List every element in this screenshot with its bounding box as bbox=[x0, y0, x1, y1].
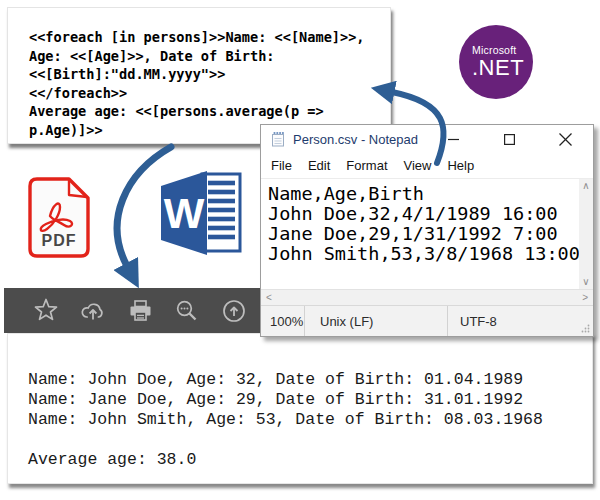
minimize-icon bbox=[448, 134, 459, 145]
template-code-line: <<foreach [in persons]>>Name: <<[Name]>>… bbox=[29, 28, 390, 47]
notepad-menubar: File Edit Format View Help bbox=[261, 153, 593, 178]
window-title: Person.csv - Notepad bbox=[293, 132, 425, 147]
zoom-icon[interactable] bbox=[174, 298, 200, 324]
output-line: Name: John Smith, Age: 53, Date of Birth… bbox=[28, 410, 592, 430]
status-encoding: UTF-8 bbox=[447, 306, 593, 336]
pdf-file-icon: PDF bbox=[26, 176, 92, 264]
maximize-icon bbox=[504, 134, 515, 145]
notepad-app-icon bbox=[270, 130, 286, 148]
notepad-window: Person.csv - Notepad File Edit F bbox=[260, 124, 594, 337]
page: <<foreach [in persons]>>Name: <<[Name]>>… bbox=[0, 0, 600, 500]
template-code-line: Age: <<[Age]>>, Date of Birth: bbox=[29, 47, 390, 66]
upload-circle-icon[interactable] bbox=[221, 298, 247, 324]
resize-grip[interactable] bbox=[581, 324, 590, 333]
menu-file[interactable]: File bbox=[263, 158, 300, 173]
scroll-left-icon[interactable]: < bbox=[266, 293, 272, 303]
notepad-content: Name,Age,Birth John Doe,32,4/1/1989 16:0… bbox=[261, 178, 593, 289]
status-line-ending: Unix (LF) bbox=[304, 306, 447, 336]
menu-edit[interactable]: Edit bbox=[300, 158, 338, 173]
maximize-button[interactable] bbox=[481, 125, 537, 153]
word-letter: W bbox=[164, 189, 205, 237]
csv-line: John Doe,32,4/1/1989 16:00 bbox=[268, 204, 579, 224]
notepad-titlebar[interactable]: Person.csv - Notepad bbox=[261, 125, 593, 153]
minimize-button[interactable] bbox=[425, 125, 481, 153]
dotnet-logo-microsoft-text: Microsoft bbox=[472, 45, 516, 56]
notepad-text-area[interactable]: Name,Age,Birth John Doe,32,4/1/1989 16:0… bbox=[261, 179, 579, 289]
csv-line: Jane Doe,29,1/31/1992 7:00 bbox=[268, 224, 579, 244]
close-icon bbox=[559, 133, 572, 146]
output-document: Name: John Doe, Age: 32, Date of Birth: … bbox=[7, 333, 593, 484]
output-line: Name: Jane Doe, Age: 29, Date of Birth: … bbox=[28, 390, 592, 410]
template-code-line: <<[Birth]:"dd.MM.yyyy">> bbox=[29, 65, 390, 84]
dotnet-logo-net-text: .NET bbox=[472, 56, 524, 80]
output-average-line: Average age: 38.0 bbox=[28, 450, 592, 470]
scroll-down-icon[interactable]: ∨ bbox=[582, 277, 589, 287]
word-file-icon: W bbox=[156, 166, 246, 264]
csv-line: Name,Age,Birth bbox=[268, 184, 579, 204]
menu-format[interactable]: Format bbox=[338, 158, 395, 173]
print-icon[interactable] bbox=[127, 298, 153, 324]
template-code-line: <</foreach>> bbox=[29, 84, 390, 103]
status-zoom: 100% bbox=[261, 306, 304, 336]
scroll-up-icon[interactable]: ∧ bbox=[582, 181, 589, 191]
vertical-scrollbar[interactable]: ∧ ∨ bbox=[579, 179, 593, 289]
cloud-upload-icon[interactable] bbox=[80, 298, 106, 324]
viewer-toolbar bbox=[4, 288, 268, 333]
notepad-statusbar: 100% Unix (LF) UTF-8 bbox=[261, 305, 593, 336]
dotnet-logo: Microsoft .NET bbox=[459, 25, 533, 99]
pdf-label: PDF bbox=[42, 232, 77, 249]
close-button[interactable] bbox=[537, 125, 593, 153]
template-code-line: Average age: <<[persons.average(p => bbox=[29, 102, 390, 121]
star-icon[interactable] bbox=[33, 298, 59, 324]
horizontal-scrollbar[interactable]: < > bbox=[261, 289, 593, 305]
menu-help[interactable]: Help bbox=[439, 158, 482, 173]
scroll-right-icon[interactable]: > bbox=[582, 293, 588, 303]
menu-view[interactable]: View bbox=[396, 158, 440, 173]
output-line: Name: John Doe, Age: 32, Date of Birth: … bbox=[28, 370, 592, 390]
csv-line: John Smith,53,3/8/1968 13:00 bbox=[268, 244, 579, 264]
